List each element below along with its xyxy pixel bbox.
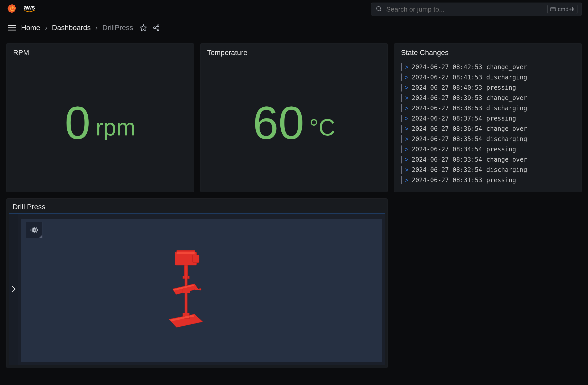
log-state: pressing	[486, 175, 516, 185]
log-row[interactable]: >2024-06-27 08:39:53change_over	[401, 93, 575, 103]
log-timestamp: 2024-06-27 08:38:53	[412, 103, 482, 113]
svg-line-16	[155, 26, 157, 27]
orbit-icon	[30, 226, 39, 234]
svg-marker-12	[140, 25, 146, 31]
grafana-logo-icon[interactable]	[7, 4, 17, 15]
svg-rect-30	[195, 289, 200, 290]
log-timestamp: 2024-06-27 08:40:53	[412, 82, 482, 93]
svg-point-15	[157, 29, 159, 31]
log-timestamp: 2024-06-27 08:35:54	[412, 134, 482, 144]
log-level-bar	[401, 135, 402, 143]
chevron-right-icon: ›	[45, 24, 47, 32]
chevron-right-icon: ›	[95, 24, 98, 32]
log-state: discharging	[486, 165, 527, 175]
log-timestamp: 2024-06-27 08:41:53	[412, 72, 482, 82]
log-timestamp: 2024-06-27 08:32:54	[412, 165, 482, 175]
log-state: pressing	[486, 144, 516, 154]
log-state: pressing	[486, 82, 516, 93]
log-level-bar	[401, 104, 402, 112]
svg-point-13	[157, 25, 159, 26]
log-timestamp: 2024-06-27 08:39:53	[412, 93, 482, 103]
log-level-bar	[401, 145, 402, 153]
svg-point-1	[376, 6, 380, 10]
chevron-right-icon: >	[405, 165, 408, 175]
chevron-right-icon	[11, 286, 16, 294]
svg-rect-24	[192, 255, 199, 263]
log-state: pressing	[486, 113, 516, 124]
log-state: discharging	[486, 134, 527, 144]
chevron-right-icon: >	[405, 154, 408, 165]
log-timestamp: 2024-06-27 08:42:53	[412, 62, 482, 72]
log-timestamp: 2024-06-27 08:37:54	[412, 113, 482, 124]
state-changes-log[interactable]: >2024-06-27 08:42:53change_over>2024-06-…	[401, 62, 575, 185]
log-row[interactable]: >2024-06-27 08:36:54change_over	[401, 124, 575, 134]
topbar: aws cmd+k	[0, 0, 588, 19]
star-icon[interactable]	[139, 24, 148, 32]
chevron-right-icon: >	[405, 72, 408, 82]
breadcrumb-dashboards[interactable]: Dashboards	[52, 24, 91, 32]
log-level-bar	[401, 166, 402, 174]
log-state: change_over	[486, 124, 527, 134]
scene-canvas[interactable]	[21, 219, 382, 362]
stat-temperature: 60 °C	[207, 59, 381, 187]
share-icon[interactable]	[152, 24, 160, 32]
log-state: discharging	[486, 103, 527, 113]
log-level-bar	[401, 74, 402, 81]
chevron-right-icon: >	[405, 175, 408, 185]
log-row[interactable]: >2024-06-27 08:38:53discharging	[401, 103, 575, 113]
panel-title-drill-press: Drill Press	[9, 203, 385, 211]
log-state: change_over	[486, 93, 527, 103]
breadcrumb-bar: Home › Dashboards › DrillPress	[0, 19, 588, 37]
log-level-bar	[401, 176, 402, 184]
chevron-right-icon: >	[405, 62, 408, 72]
log-level-bar	[401, 94, 402, 102]
keyboard-icon	[550, 7, 556, 11]
search-field[interactable]	[386, 5, 544, 14]
panel-rpm[interactable]: RPM 0 rpm	[6, 43, 194, 192]
panel-title-rpm: RPM	[13, 49, 187, 57]
panel-state-changes[interactable]: State Changes >2024-06-27 08:42:53change…	[394, 43, 582, 192]
log-row[interactable]: >2024-06-27 08:33:54change_over	[401, 154, 575, 165]
log-timestamp: 2024-06-27 08:34:54	[412, 144, 482, 154]
stat-temperature-value: 60	[253, 100, 304, 146]
chevron-right-icon: >	[405, 144, 408, 154]
svg-rect-29	[182, 289, 190, 293]
log-row[interactable]: >2024-06-27 08:37:54pressing	[401, 113, 575, 124]
log-row[interactable]: >2024-06-27 08:31:53pressing	[401, 175, 575, 185]
menu-icon[interactable]	[7, 24, 16, 31]
svg-point-14	[154, 27, 155, 29]
log-timestamp: 2024-06-27 08:36:54	[412, 124, 482, 134]
log-row[interactable]: >2024-06-27 08:32:54discharging	[401, 165, 575, 175]
chevron-right-icon: >	[405, 82, 408, 93]
panel-title-temperature: Temperature	[207, 49, 381, 57]
stat-temperature-unit: °C	[309, 114, 335, 141]
breadcrumb-home[interactable]: Home	[21, 24, 40, 32]
svg-line-2	[380, 10, 381, 11]
stat-rpm-unit: rpm	[96, 114, 135, 141]
panel-temperature[interactable]: Temperature 60 °C	[200, 43, 388, 192]
log-timestamp: 2024-06-27 08:33:54	[412, 154, 482, 165]
orbit-tool-button[interactable]	[26, 222, 42, 238]
chevron-right-icon: >	[405, 93, 408, 103]
viewport-side-expander[interactable]	[9, 214, 18, 365]
chevron-right-icon: >	[405, 113, 408, 124]
aws-logo-icon[interactable]: aws	[24, 4, 35, 13]
log-row[interactable]: >2024-06-27 08:40:53pressing	[401, 82, 575, 93]
log-row[interactable]: >2024-06-27 08:34:54pressing	[401, 144, 575, 154]
log-row[interactable]: >2024-06-27 08:42:53change_over	[401, 62, 575, 72]
twinmaker-viewport[interactable]	[9, 213, 385, 365]
chevron-right-icon: >	[405, 134, 408, 144]
log-state: change_over	[486, 154, 527, 165]
log-row[interactable]: >2024-06-27 08:35:54discharging	[401, 134, 575, 144]
chevron-right-icon: >	[405, 103, 408, 113]
log-state: discharging	[486, 72, 527, 82]
svg-rect-34	[177, 252, 195, 254]
search-input[interactable]: cmd+k	[371, 3, 582, 16]
stat-rpm-value: 0	[65, 100, 90, 146]
panel-title-state-changes: State Changes	[401, 49, 575, 57]
dashboard-grid: RPM 0 rpm Temperature 60 °C State Change…	[0, 37, 588, 385]
log-level-bar	[401, 156, 402, 163]
drill-press-model[interactable]	[164, 250, 203, 331]
panel-drill-press[interactable]: Drill Press	[6, 198, 388, 368]
log-row[interactable]: >2024-06-27 08:41:53discharging	[401, 72, 575, 82]
